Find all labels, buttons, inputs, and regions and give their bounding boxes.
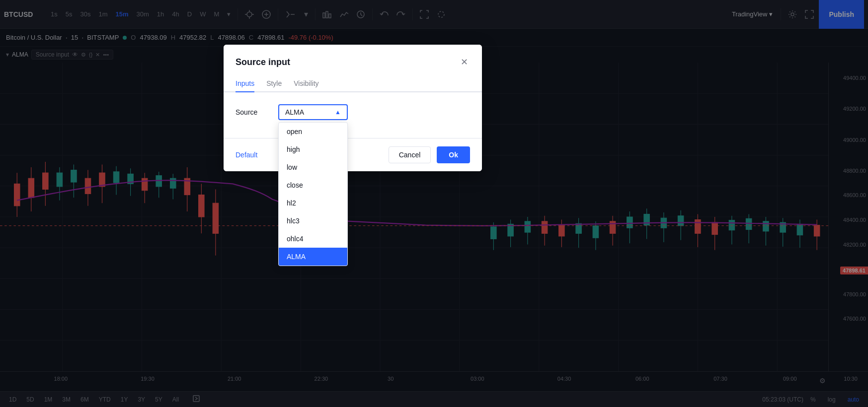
option-hl2[interactable]: hl2 — [279, 194, 347, 212]
cancel-button[interactable]: Cancel — [389, 146, 431, 163]
indicator-chip[interactable]: Source input 👁 ⚙ {} ✕ ••• — [31, 50, 113, 60]
crosshair-icon-btn[interactable] — [242, 7, 257, 22]
eye-icon[interactable]: 👁 — [72, 51, 78, 58]
tab-inputs[interactable]: Inputs — [236, 75, 254, 92]
period-3y[interactable]: 3Y — [135, 395, 148, 404]
separator-2 — [278, 8, 278, 20]
separator-1 — [237, 8, 238, 20]
period-1m[interactable]: 1M — [41, 395, 56, 404]
indicator-toggle[interactable]: ▾ — [6, 51, 9, 58]
formula-more-btn[interactable]: ▾ — [301, 6, 311, 22]
option-ohlc4[interactable]: ohlc4 — [279, 230, 347, 248]
option-close[interactable]: close — [279, 176, 347, 194]
default-button[interactable]: Default — [236, 151, 257, 159]
bar-chart-icon-btn[interactable] — [319, 7, 334, 22]
footer-right: Cancel Ok — [389, 146, 470, 163]
tf-4h[interactable]: 4h — [169, 8, 182, 20]
svg-rect-95 — [746, 218, 751, 229]
svg-rect-49 — [113, 172, 119, 183]
tf-30s[interactable]: 30s — [77, 8, 93, 20]
modal-tabs: Inputs Style Visibility — [224, 75, 482, 92]
open-label: O — [131, 34, 136, 41]
tf-15m[interactable]: 15m — [113, 8, 132, 20]
tf-1h[interactable]: 1h — [154, 8, 167, 20]
modal-close-button[interactable]: ✕ — [459, 55, 470, 69]
tf-m[interactable]: M — [211, 8, 222, 20]
svg-rect-63 — [213, 203, 218, 233]
price-48400: 48400.00 — [843, 217, 866, 223]
svg-rect-9 — [323, 13, 325, 18]
separator-6 — [781, 8, 781, 20]
time-0600: 06:00 — [635, 376, 649, 382]
period-6m[interactable]: 6M — [78, 395, 92, 404]
svg-rect-39 — [43, 173, 48, 189]
svg-point-0 — [247, 12, 252, 17]
option-hlc3[interactable]: hlc3 — [279, 212, 347, 230]
tf-1s[interactable]: 1s — [48, 8, 61, 20]
settings-icon-btn[interactable] — [785, 7, 800, 22]
percent-btn[interactable]: % — [807, 395, 819, 404]
tab-visibility[interactable]: Visibility — [294, 75, 318, 92]
period-ytd[interactable]: YTD — [96, 395, 114, 404]
tf-5s[interactable]: 5s — [63, 8, 76, 20]
chart-type-icon-btn[interactable] — [336, 7, 351, 22]
tradingview-menu-btn[interactable]: TradingView ▾ — [728, 8, 777, 20]
tradingview-label: TradingView — [732, 10, 768, 18]
option-low[interactable]: low — [279, 158, 347, 176]
period-5d[interactable]: 5D — [23, 395, 37, 404]
time-axis-settings[interactable]: ⚙ — [819, 377, 826, 385]
svg-rect-53 — [142, 178, 147, 190]
auto-btn[interactable]: auto — [845, 395, 862, 404]
time-21: 21:00 — [228, 376, 241, 382]
indicator-name: ALMA — [12, 51, 28, 58]
option-high[interactable]: high — [279, 140, 347, 158]
replay-icon-btn[interactable] — [353, 7, 368, 22]
expand-icon-btn[interactable] — [802, 7, 817, 22]
bar-replay-btn[interactable] — [190, 394, 203, 405]
period-1d[interactable]: 1D — [6, 395, 19, 404]
time-18: 18:00 — [54, 376, 68, 382]
tf-w[interactable]: W — [197, 8, 209, 20]
source-input-modal: Source input ✕ Inputs Style Visibility S… — [224, 45, 482, 171]
source-current-value: ALMA — [285, 108, 304, 116]
option-open[interactable]: open — [279, 123, 347, 140]
close-chip-icon[interactable]: ✕ — [95, 52, 100, 58]
top-toolbar: BTCUSD 1s 5s 30s 1m 15m 30m 1h 4h D W M … — [0, 0, 868, 29]
publish-button[interactable]: Publish — [819, 0, 864, 29]
price-change: -49.76 (-0.10%) — [288, 34, 333, 41]
tf-1m[interactable]: 1m — [95, 8, 110, 20]
svg-rect-75 — [576, 223, 581, 233]
period-5y[interactable]: 5Y — [152, 395, 165, 404]
tf-d[interactable]: D — [184, 8, 195, 20]
redo-btn[interactable] — [394, 7, 408, 22]
settings-icon[interactable]: ⚙ — [81, 52, 86, 58]
formula-btn[interactable] — [282, 7, 299, 22]
tradingview-chevron: ▾ — [769, 10, 773, 18]
full-symbol-title: Bitcoin / U.S. Dollar · 15 · BITSTAMP — [6, 34, 119, 41]
modal-header: Source input ✕ — [224, 45, 482, 75]
svg-point-14 — [791, 13, 794, 16]
undo-btn[interactable] — [377, 7, 392, 22]
tf-30m[interactable]: 30m — [134, 8, 152, 20]
price-47800: 47800.00 — [843, 291, 866, 297]
fullscreen-btn[interactable] — [417, 7, 432, 22]
option-alma[interactable]: ALMA — [279, 248, 347, 266]
source-select-button[interactable]: ALMA ▲ — [278, 104, 348, 120]
svg-rect-37 — [28, 178, 34, 198]
tf-more[interactable]: ▾ — [224, 8, 234, 20]
time-1030: 10:30 — [844, 376, 858, 382]
snapshot-btn[interactable] — [434, 7, 449, 22]
log-btn[interactable]: log — [825, 395, 839, 404]
period-1y[interactable]: 1Y — [118, 395, 131, 404]
code-icon[interactable]: {} — [89, 52, 92, 58]
source-dropdown[interactable]: ALMA ▲ open high low close hl2 hlc3 ohlc… — [278, 104, 348, 120]
time-30: 30 — [388, 376, 394, 382]
time-0730: 07:30 — [713, 376, 727, 382]
tab-style[interactable]: Style — [266, 75, 282, 92]
add-indicator-btn[interactable] — [259, 7, 274, 22]
ok-button[interactable]: Ok — [437, 146, 470, 163]
more-icon[interactable]: ••• — [103, 52, 109, 58]
modal-title: Source input — [236, 57, 290, 68]
period-all[interactable]: All — [169, 395, 182, 404]
period-3m[interactable]: 3M — [59, 395, 74, 404]
